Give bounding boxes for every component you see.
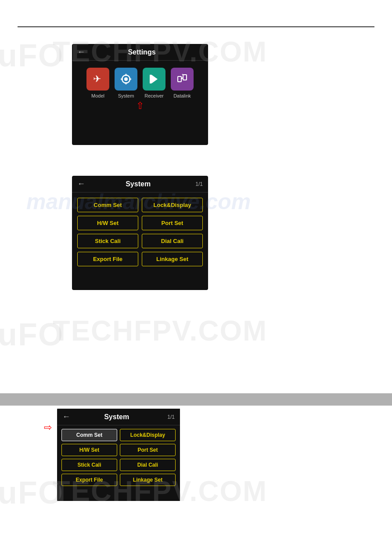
svg-text:✈: ✈	[93, 73, 101, 84]
bot-btn-lock-display[interactable]: Lock&Display	[120, 429, 176, 441]
system-bot-back[interactable]: ←	[62, 412, 70, 421]
bot-btn-export-file[interactable]: Export File	[61, 474, 117, 486]
bot-btn-port-set[interactable]: Port Set	[120, 444, 176, 456]
section-divider	[0, 393, 392, 406]
system-screen-bot: ← System 1/1 Comm Set Lock&Display H/W S…	[57, 409, 180, 501]
system-mid-back[interactable]: ←	[77, 179, 85, 189]
top-divider	[18, 26, 374, 27]
system-bot-title: System	[75, 413, 158, 421]
bot-btn-comm-set[interactable]: Comm Set	[61, 429, 117, 441]
svg-rect-9	[178, 76, 181, 82]
svg-marker-7	[151, 75, 158, 83]
system-mid-title: System	[90, 180, 187, 188]
model-icon: ✈	[86, 68, 109, 91]
system-up-arrow: ⇧	[72, 100, 208, 112]
icon-item-model[interactable]: ✈ Model	[86, 68, 109, 98]
mid-btn-comm-set[interactable]: Comm Set	[77, 198, 138, 212]
bottom-row: ← System 1/1 Comm Set Lock&Display H/W S…	[57, 409, 180, 501]
system-bot-menu: Comm Set Lock&Display H/W Set Port Set S…	[57, 425, 180, 490]
settings-title: Settings	[90, 48, 194, 56]
icon-item-system[interactable]: System	[115, 68, 137, 98]
settings-icon-grid: ✈ Model System	[72, 61, 208, 102]
datalink-label: Datalink	[173, 93, 191, 98]
receiver-label: Receiver	[144, 93, 163, 98]
svg-point-1	[124, 77, 128, 81]
receiver-icon	[143, 68, 165, 91]
system-icon	[115, 68, 137, 91]
system-bot-page: 1/1	[167, 414, 175, 420]
settings-screen: ← Settings ✈ Model	[72, 44, 208, 145]
mid-btn-export-file[interactable]: Export File	[77, 252, 138, 266]
icon-item-receiver[interactable]: Receiver	[143, 68, 165, 98]
icon-item-datalink[interactable]: Datalink	[171, 68, 194, 98]
datalink-icon	[171, 68, 194, 91]
mid-btn-port-set[interactable]: Port Set	[142, 216, 203, 230]
comm-set-right-arrow: ⇨	[44, 422, 52, 433]
system-screen-mid: ← System 1/1 Comm Set Lock&Display H/W S…	[72, 176, 208, 290]
mid-btn-stick-cali[interactable]: Stick Cali	[77, 234, 138, 248]
bot-btn-stick-cali[interactable]: Stick Cali	[61, 459, 117, 471]
mid-btn-lock-display[interactable]: Lock&Display	[142, 198, 203, 212]
bot-btn-hw-set[interactable]: H/W Set	[61, 444, 117, 456]
system-mid-page: 1/1	[195, 181, 203, 187]
model-label: Model	[91, 93, 104, 98]
bot-btn-dial-cali[interactable]: Dial Cali	[120, 459, 176, 471]
bot-btn-linkage-set[interactable]: Linkage Set	[120, 474, 176, 486]
mid-btn-linkage-set[interactable]: Linkage Set	[142, 252, 203, 266]
settings-back-arrow[interactable]: ←	[77, 47, 85, 57]
system-mid-menu: Comm Set Lock&Display H/W Set Port Set S…	[72, 192, 208, 272]
svg-marker-12	[182, 74, 183, 75]
mid-btn-hw-set[interactable]: H/W Set	[77, 216, 138, 230]
system-label: System	[118, 93, 134, 98]
mid-btn-dial-cali[interactable]: Dial Cali	[142, 234, 203, 248]
svg-rect-10	[183, 75, 187, 80]
svg-rect-8	[150, 75, 151, 83]
